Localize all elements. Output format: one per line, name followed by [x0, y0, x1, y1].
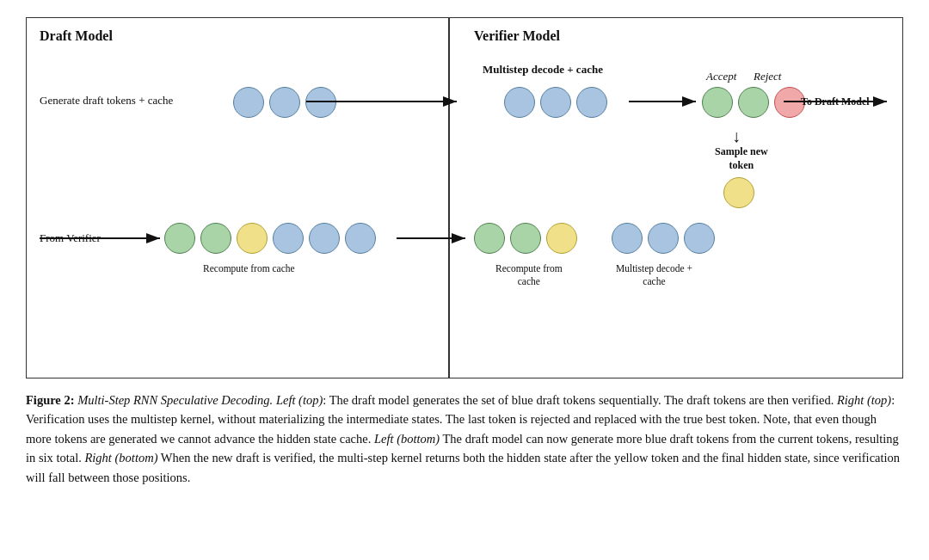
circle-blue-lb3	[345, 223, 376, 254]
multistep-decode-cache-label: Multistep decode +cache	[616, 262, 692, 288]
left-bottom-circles	[164, 223, 376, 254]
circle-green-ar1	[702, 87, 733, 118]
caption-left-bottom: Left (bottom)	[374, 432, 440, 446]
circle-green-lb1	[164, 223, 195, 254]
circle-yellow-lb	[237, 223, 268, 254]
circle-green-rb1	[474, 223, 505, 254]
reject-label: Reject	[754, 70, 781, 83]
panel-divider	[448, 18, 450, 378]
caption-colon1: : The draft model generates the set of b…	[323, 393, 837, 407]
circle-blue-rb3	[684, 223, 715, 254]
caption-colon4: When the new draft is verified, the mult…	[26, 451, 900, 483]
to-draft-label: To Draft Model	[801, 95, 870, 108]
circle-blue-lb1	[273, 223, 304, 254]
right-panel-title: Verifier Model	[474, 28, 560, 44]
accept-reject-circles	[702, 87, 805, 118]
circle-yellow-sample	[723, 177, 754, 208]
caption-right-bottom: Right (bottom)	[84, 451, 157, 465]
right-top-circles	[504, 87, 607, 118]
caption-left-top: Left (top)	[276, 393, 323, 407]
circle-blue-rt1	[504, 87, 535, 118]
sample-label: Sample newtoken	[715, 145, 768, 172]
circle-blue-rb1	[612, 223, 643, 254]
circle-blue-rt3	[576, 87, 607, 118]
left-bottom-sublabel: Recompute from cache	[203, 262, 295, 275]
circle-blue-3	[305, 87, 336, 118]
circle-yellow-rb	[546, 223, 577, 254]
circle-blue-rt2	[540, 87, 571, 118]
circle-blue-rb2	[648, 223, 679, 254]
accept-label: Accept	[706, 70, 736, 83]
left-panel-title: Draft Model	[40, 28, 113, 44]
circle-blue-1	[233, 87, 264, 118]
right-bottom-circles-2	[612, 223, 715, 254]
circle-green-ar2	[738, 87, 769, 118]
from-verifier-label: From Verifier	[40, 231, 101, 245]
left-top-label: Generate draft tokens + cache	[40, 94, 173, 108]
figure-caption: Figure 2: Multi-Step RNN Speculative Dec…	[26, 391, 903, 487]
recompute-from-cache-label: Recompute fromcache	[495, 262, 563, 288]
circle-green-rb2	[510, 223, 541, 254]
figure-number: Figure 2:	[26, 393, 75, 407]
down-arrow-icon: ↓	[732, 126, 741, 146]
diagram-wrapper: Draft Model Verifier Model Generate draf…	[26, 17, 903, 378]
left-top-circles	[233, 87, 336, 118]
caption-right-top: Right (top)	[837, 393, 891, 407]
circle-green-lb2	[200, 223, 231, 254]
circle-blue-2	[269, 87, 300, 118]
right-top-label: Multistep decode + cache	[483, 63, 603, 77]
caption-text-intro: Multi-Step RNN Speculative Decoding.	[75, 393, 276, 407]
circle-blue-lb2	[309, 223, 340, 254]
right-bottom-circles	[474, 223, 577, 254]
